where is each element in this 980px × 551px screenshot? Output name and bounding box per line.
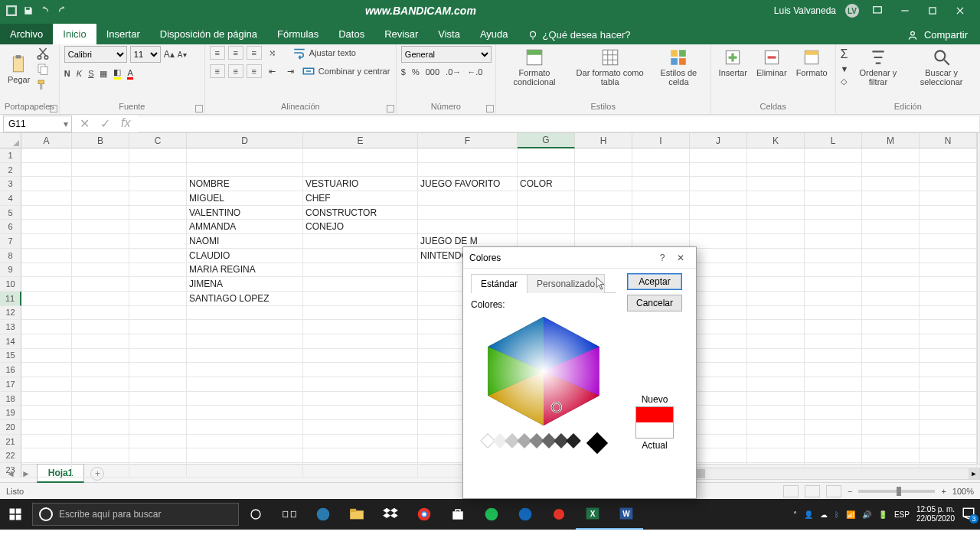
cell[interactable] <box>129 306 187 321</box>
cell[interactable] <box>21 363 72 377</box>
cell[interactable] <box>690 448 747 463</box>
cell[interactable] <box>747 263 805 278</box>
increase-font-icon[interactable]: A▴ <box>164 49 175 60</box>
cell[interactable] <box>862 435 920 449</box>
cell[interactable] <box>303 392 418 406</box>
cell[interactable] <box>805 292 862 306</box>
row-header[interactable]: 6 <box>0 220 21 234</box>
cell[interactable] <box>518 220 575 234</box>
cell[interactable]: CONEJO <box>303 220 418 234</box>
cell[interactable] <box>21 148 72 163</box>
cell[interactable] <box>747 163 805 178</box>
cell[interactable] <box>805 420 862 435</box>
cell[interactable] <box>72 320 129 334</box>
cell[interactable]: NOMBRE <box>187 177 303 191</box>
cell[interactable] <box>21 448 72 463</box>
cell[interactable] <box>418 191 518 206</box>
cell[interactable] <box>72 406 129 420</box>
tab-home[interactable]: Inicio <box>53 24 96 44</box>
cell[interactable] <box>303 435 418 449</box>
vertical-scrollbar[interactable] <box>977 133 980 464</box>
cell[interactable] <box>72 263 129 278</box>
decrease-font-icon[interactable]: A▾ <box>178 51 187 59</box>
color-hexagon[interactable] <box>476 313 611 429</box>
cell[interactable]: CONSTRUCTOR <box>303 206 418 220</box>
cell[interactable] <box>862 448 920 463</box>
cell[interactable] <box>72 220 129 234</box>
cell[interactable] <box>187 349 303 364</box>
save-icon[interactable] <box>23 5 34 16</box>
cell[interactable] <box>805 220 862 234</box>
cell[interactable] <box>72 277 129 292</box>
hscroll-right-icon[interactable]: ► <box>969 468 979 479</box>
cell[interactable]: VALENTINO <box>187 206 303 220</box>
tab-help[interactable]: Ayuda <box>470 24 518 44</box>
cell[interactable] <box>303 249 418 263</box>
cell[interactable] <box>575 191 632 206</box>
cell[interactable] <box>21 292 72 306</box>
cell[interactable] <box>747 377 805 392</box>
row-header[interactable]: 1 <box>0 148 21 163</box>
start-button[interactable] <box>0 499 31 530</box>
grayscale-row[interactable] <box>471 435 616 451</box>
cell[interactable] <box>187 377 303 392</box>
insert-cells-button[interactable]: Insertar <box>716 46 750 79</box>
decrease-decimal-icon[interactable]: ←.0 <box>467 67 482 77</box>
share-button[interactable]: Compartir <box>924 29 968 41</box>
cell[interactable] <box>805 334 862 349</box>
italic-button[interactable]: K <box>77 69 82 78</box>
horizontal-scrollbar[interactable]: ◄ ► <box>651 468 980 480</box>
cell[interactable] <box>862 163 920 178</box>
cell[interactable] <box>418 148 518 163</box>
cell[interactable] <box>862 349 920 364</box>
cell[interactable] <box>862 220 920 234</box>
cell[interactable] <box>805 320 862 334</box>
cell[interactable] <box>690 177 747 191</box>
cell[interactable] <box>303 349 418 364</box>
cell[interactable] <box>805 234 862 249</box>
column-header[interactable]: N <box>920 133 977 148</box>
copy-icon[interactable] <box>36 62 50 76</box>
cell[interactable] <box>690 306 747 321</box>
cell[interactable] <box>21 334 72 349</box>
tray-people-icon[interactable]: 👤 <box>804 510 813 519</box>
cell[interactable]: CHEF <box>303 191 418 206</box>
cell[interactable] <box>920 363 977 377</box>
cell[interactable] <box>129 234 187 249</box>
cell[interactable] <box>862 377 920 392</box>
close-icon[interactable] <box>951 4 969 18</box>
cell[interactable] <box>21 191 72 206</box>
cell[interactable] <box>690 392 747 406</box>
row-header[interactable]: 17 <box>0 377 21 392</box>
cell[interactable] <box>920 249 977 263</box>
cell[interactable] <box>129 448 187 463</box>
dialog-title-bar[interactable]: Colores ? ✕ <box>463 247 696 269</box>
zoom-in-icon[interactable]: + <box>941 487 946 496</box>
tell-me[interactable]: ¿Qué desea hacer? <box>528 29 631 44</box>
cell[interactable] <box>129 206 187 220</box>
cell[interactable] <box>303 292 418 306</box>
cell[interactable] <box>920 220 977 234</box>
cell[interactable] <box>21 320 72 334</box>
cell[interactable] <box>805 435 862 449</box>
cell[interactable] <box>920 320 977 334</box>
cell[interactable]: SANTIAGO LOPEZ <box>187 292 303 306</box>
cell[interactable] <box>303 163 418 178</box>
align-top-icon[interactable]: ≡ <box>210 46 225 60</box>
cell[interactable] <box>72 177 129 191</box>
cell[interactable] <box>805 277 862 292</box>
cell[interactable] <box>805 392 862 406</box>
cell[interactable] <box>129 292 187 306</box>
cell[interactable] <box>72 363 129 377</box>
decrease-indent-icon[interactable]: ⇤ <box>265 64 280 78</box>
cell[interactable] <box>747 320 805 334</box>
cut-icon[interactable] <box>36 46 50 60</box>
orientation-icon[interactable]: ⤭ <box>265 46 280 60</box>
cell[interactable] <box>862 177 920 191</box>
cell[interactable] <box>805 148 862 163</box>
cell[interactable] <box>21 277 72 292</box>
cell[interactable] <box>805 191 862 206</box>
autosum-icon[interactable]: Σ <box>841 47 849 61</box>
cell[interactable] <box>690 292 747 306</box>
column-header[interactable]: J <box>690 133 747 148</box>
